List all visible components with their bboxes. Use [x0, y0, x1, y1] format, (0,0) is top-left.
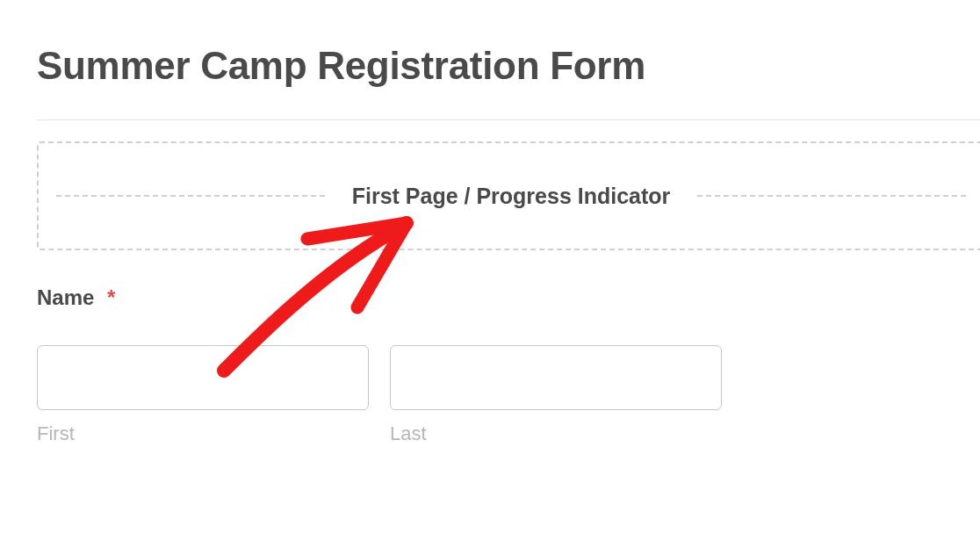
- first-name-sub-label: First: [37, 422, 369, 445]
- first-name-input[interactable]: [37, 345, 369, 410]
- last-name-col: Last: [390, 345, 722, 445]
- name-inputs-row: First Last: [37, 345, 980, 445]
- name-field-label: Name *: [37, 285, 980, 310]
- page-indicator-block[interactable]: First Page / Progress Indicator: [37, 141, 980, 250]
- title-divider: [37, 119, 980, 120]
- last-name-input[interactable]: [390, 345, 722, 410]
- name-field-label-text: Name: [37, 285, 94, 309]
- last-name-sub-label: Last: [390, 422, 722, 445]
- name-field: Name * First Last: [37, 285, 980, 445]
- required-asterisk: *: [107, 285, 115, 309]
- first-name-col: First: [37, 345, 369, 445]
- page-indicator-label: First Page / Progress Indicator: [328, 184, 695, 209]
- form-title: Summer Camp Registration Form: [37, 44, 980, 88]
